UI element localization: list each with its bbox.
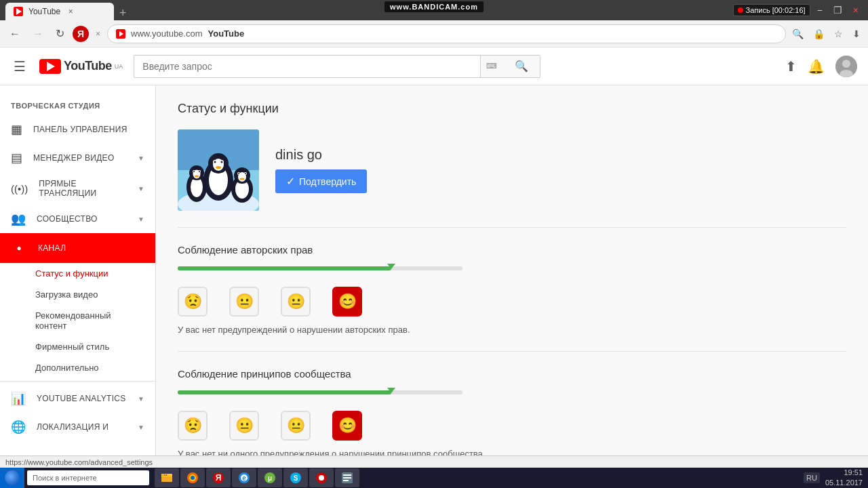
chevron-down-icon-live: ▼ xyxy=(138,185,144,192)
taskbar-date: 05.11.2017 xyxy=(825,478,863,488)
taskbar-time: 19:51 xyxy=(825,468,863,478)
sidebar-item-community[interactable]: 👥 СООБЩЕСТВО ▼ xyxy=(0,205,155,233)
url-bar[interactable]: www.youtube.com YouTube xyxy=(107,24,786,43)
copyright-title: Соблюдение авторских прав xyxy=(178,244,846,256)
youtube-logo[interactable]: YouTubeUA xyxy=(39,59,123,74)
taskbar-item-misc[interactable] xyxy=(335,468,359,487)
community-progress-track xyxy=(178,390,462,394)
community-emoji-4: 😊 xyxy=(332,411,362,441)
forward-button[interactable]: → xyxy=(28,25,47,43)
copyright-emoji-row: 😟 😐 😐 😊 xyxy=(178,287,462,317)
nav-icons-right: 🔍 🔒 ☆ ⬇ xyxy=(790,26,863,41)
sidebar-sub-advanced[interactable]: Дополнительно xyxy=(0,357,155,378)
taskbar-item-torrent[interactable]: μ xyxy=(258,468,282,487)
sidebar-sub-status[interactable]: Статус и функции xyxy=(0,263,155,284)
svg-rect-55 xyxy=(343,480,349,481)
taskbar-item-skype[interactable]: S xyxy=(283,468,308,487)
start-button[interactable] xyxy=(0,468,24,488)
checkmark-icon: ✓ xyxy=(286,175,295,188)
video-manager-icon: ▤ xyxy=(11,150,22,165)
sidebar-live-label: ПРЯМЫЕ ТРАНСЛЯЦИИ xyxy=(39,179,127,198)
sidebar-item-localization[interactable]: 🌐 ЛОКАЛИЗАЦИЯ И ▼ xyxy=(0,413,155,441)
copyright-emoji-3: 😐 xyxy=(281,287,311,317)
browser-navbar: ← → ↻ Я × www.youtube.com YouTube 🔍 🔒 ☆ … xyxy=(0,20,868,47)
community-emoji-1: 😟 xyxy=(178,411,208,441)
chevron-down-icon-community: ▼ xyxy=(138,216,144,223)
sidebar-item-live[interactable]: ((•)) ПРЯМЫЕ ТРАНСЛЯЦИИ ▼ xyxy=(0,172,155,205)
confirm-button[interactable]: ✓ Подтвердить xyxy=(275,169,367,193)
taskbar-item-firefox[interactable] xyxy=(180,468,205,487)
record-dot xyxy=(738,7,743,13)
svg-point-35 xyxy=(163,474,164,476)
hamburger-button[interactable]: ☰ xyxy=(11,56,28,77)
sidebar-item-video-manager[interactable]: ▤ МЕНЕДЖЕР ВИДЕО ▼ xyxy=(0,144,155,172)
taskbar-item-rec[interactable] xyxy=(309,468,334,487)
chevron-down-icon-analytics: ▼ xyxy=(138,395,144,403)
lock-button[interactable]: 🔒 xyxy=(811,26,827,41)
live-icon: ((•)) xyxy=(11,183,28,195)
active-tab[interactable]: YouTube × xyxy=(5,3,114,20)
back-button[interactable]: ← xyxy=(5,25,24,43)
svg-text:e: e xyxy=(242,474,246,482)
community-progress-container xyxy=(178,390,462,394)
page-title: Статус и функции xyxy=(178,102,846,116)
community-title: Соблюдение принципов сообщества xyxy=(178,368,846,380)
url-status-bar: https://www.youtube.com/advanced_setting… xyxy=(0,455,868,468)
user-avatar[interactable] xyxy=(835,56,857,77)
tab-bar: YouTube × + xyxy=(5,0,132,20)
sidebar-item-dashboard[interactable]: ▦ ПАНЕЛЬ УПРАВЛЕНИЯ xyxy=(0,115,155,144)
tab-favicon xyxy=(14,7,23,16)
download-button[interactable]: ⬇ xyxy=(850,26,863,41)
sidebar-sub-branding[interactable]: Фирменный стиль xyxy=(0,336,155,357)
sidebar-sub-recommended[interactable]: Рекомендованный контент xyxy=(0,305,155,336)
svg-text:μ: μ xyxy=(268,474,272,482)
taskbar: Поиск в интернете Я e μ S RU 19:51 xyxy=(0,468,868,488)
search-input[interactable] xyxy=(134,55,480,78)
dashboard-icon: ▦ xyxy=(11,122,22,137)
svg-point-30 xyxy=(238,173,239,174)
tab-small-close[interactable]: × xyxy=(93,28,103,40)
sidebar-item-analytics[interactable]: 📊 YOUTUBE ANALYTICS ▼ xyxy=(0,384,155,413)
search-button[interactable]: 🔍 xyxy=(502,55,540,78)
tab-close-button[interactable]: × xyxy=(66,7,75,16)
sidebar-sub-upload[interactable]: Загрузка видео xyxy=(0,284,155,305)
win-restore-button[interactable]: ❐ xyxy=(829,3,846,17)
new-tab-button[interactable]: + xyxy=(114,6,132,20)
star-button[interactable]: ☆ xyxy=(832,26,845,41)
win-minimize-button[interactable]: − xyxy=(813,3,827,17)
community-icon: 👥 xyxy=(11,211,26,226)
yandex-icon: Я xyxy=(73,26,89,42)
browser-titlebar: YouTube × + www.BANDICAM.com Запись [00:… xyxy=(0,0,868,20)
taskbar-item-explorer[interactable] xyxy=(155,468,179,487)
copyright-progress-area: 😟 😐 😐 😊 xyxy=(178,266,462,317)
svg-point-51 xyxy=(319,475,324,481)
win-close-button[interactable]: × xyxy=(849,3,863,17)
sidebar-dashboard-label: ПАНЕЛЬ УПРАВЛЕНИЯ xyxy=(33,125,144,134)
upload-button[interactable]: ⬆ xyxy=(785,58,797,75)
svg-text:S: S xyxy=(294,474,298,482)
tab-title: YouTube xyxy=(28,7,60,16)
svg-point-31 xyxy=(245,173,246,174)
youtube-header-right: ⬆ 🔔 xyxy=(785,56,857,77)
taskbar-language[interactable]: RU xyxy=(804,472,820,483)
community-progress-area: 😟 😐 😐 😊 xyxy=(178,390,462,441)
sidebar-studio-title: ТВОРЧЕСКАЯ СТУДИЯ xyxy=(0,94,155,115)
community-progress-pointer xyxy=(387,388,395,393)
svg-text:Я: Я xyxy=(216,473,222,483)
taskbar-item-yandex[interactable]: Я xyxy=(206,468,231,487)
sidebar: ТВОРЧЕСКАЯ СТУДИЯ ▦ ПАНЕЛЬ УПРАВЛЕНИЯ ▤ … xyxy=(0,85,156,468)
taskbar-search[interactable]: Поиск в интернете xyxy=(27,470,149,485)
youtube-header: ☰ YouTubeUA ⌨ 🔍 ⬆ 🔔 xyxy=(0,47,868,85)
sidebar-item-channel[interactable]: ● КАНАЛ xyxy=(0,233,155,263)
youtube-logo-ua: UA xyxy=(115,63,123,70)
notifications-button[interactable]: 🔔 xyxy=(808,58,825,75)
svg-point-14 xyxy=(216,166,221,169)
bookmark-search-button[interactable]: 🔍 xyxy=(790,26,806,41)
refresh-button[interactable]: ↻ xyxy=(52,24,68,43)
taskbar-right: RU 19:51 05.11.2017 xyxy=(804,468,868,488)
youtube-logo-icon xyxy=(39,59,61,74)
localization-icon: 🌐 xyxy=(11,420,26,434)
community-progress-fill xyxy=(178,390,391,394)
sidebar-video-manager-label: МЕНЕДЖЕР ВИДЕО xyxy=(33,153,127,163)
taskbar-item-ie[interactable]: e xyxy=(232,468,256,487)
